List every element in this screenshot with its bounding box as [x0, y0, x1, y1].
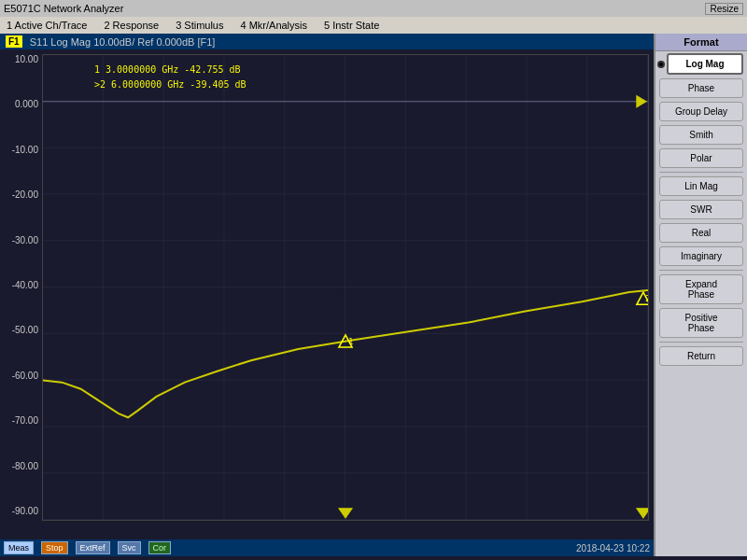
chart-title: S11 Log Mag 10.00dB/ Ref 0.000dB [F1] [30, 36, 216, 48]
panel-separator-2 [659, 270, 743, 271]
menu-bar: 1 Active Ch/Trace 2 Response 3 Stimulus … [0, 17, 747, 34]
btn-imaginary[interactable]: Imaginary [659, 246, 743, 266]
status-left: Meas Stop ExtRef Svc Cor [4, 541, 171, 554]
stop-button[interactable]: Stop [41, 541, 68, 554]
status-bar: Meas Stop ExtRef Svc Cor 2018-04-23 10:2… [0, 539, 654, 556]
btn-polar[interactable]: Polar [659, 148, 743, 168]
menu-response[interactable]: 2 Response [101, 19, 162, 32]
marker-info: 1 3.0000000 GHz -42.755 dB >2 6.0000000 … [94, 63, 247, 92]
meas-button[interactable]: Meas [4, 541, 34, 554]
title-bar: E5071C Network Analyzer Resize [0, 0, 747, 17]
panel-separator-1 [659, 172, 743, 173]
btn-real[interactable]: Real [659, 223, 743, 243]
grid-area: 1 2 1 3.0000000 GHz -42.755 dB >2 6.0000… [42, 54, 649, 521]
marker1-text: 1 3.0000000 GHz -42.755 dB [94, 63, 247, 77]
menu-active-ch[interactable]: 1 Active Ch/Trace [4, 19, 90, 32]
format-header: Format [655, 34, 747, 51]
datetime: 2018-04-23 10:22 [576, 543, 650, 553]
chart-area: F1 S11 Log Mag 10.00dB/ Ref 0.000dB [F1]… [0, 34, 654, 556]
cor-button[interactable]: Cor [148, 541, 172, 554]
y-label-10: 10.00 [0, 54, 42, 64]
btn-group-delay[interactable]: Group Delay [659, 102, 743, 121]
status-right: 2018-04-23 10:22 [576, 543, 650, 553]
logmag-dot [657, 61, 665, 68]
svc-button[interactable]: Svc [118, 541, 141, 554]
chart-svg: 1 2 [43, 55, 648, 520]
svg-text:1: 1 [348, 337, 353, 346]
y-label-70n: -70.00 [0, 415, 42, 426]
y-label-30n: -30.00 [0, 235, 42, 245]
btn-lin-mag[interactable]: Lin Mag [659, 176, 743, 196]
marker2-text: >2 6.0000000 GHz -39.405 dB [94, 77, 247, 92]
btn-positive-phase[interactable]: PositivePhase [659, 308, 743, 338]
main-layout: F1 S11 Log Mag 10.00dB/ Ref 0.000dB [F1]… [0, 34, 747, 556]
y-label-10n: -10.00 [0, 145, 42, 155]
window-title: E5071C Network Analyzer [4, 3, 123, 14]
menu-stimulus[interactable]: 3 Stimulus [173, 19, 226, 32]
panel-separator-3 [659, 342, 743, 343]
svg-text:2: 2 [645, 294, 648, 303]
resize-button[interactable]: Resize [705, 3, 743, 15]
y-label-40n: -40.00 [0, 280, 42, 290]
y-label-20n: -20.00 [0, 189, 42, 200]
trace-label: F1 [6, 35, 22, 48]
y-label-80n: -80.00 [0, 461, 42, 471]
y-label-60n: -60.00 [0, 371, 42, 381]
y-axis: 10.00 0.000 -10.00 -20.00 -30.00 -40.00 … [0, 49, 42, 521]
btn-expand-phase[interactable]: ExpandPhase [659, 274, 743, 304]
y-label-0: 0.000 [0, 99, 42, 109]
y-label-90n: -90.00 [0, 506, 42, 516]
y-label-50n: -50.00 [0, 325, 42, 335]
chart-header: F1 S11 Log Mag 10.00dB/ Ref 0.000dB [F1] [0, 34, 654, 49]
extref-button[interactable]: ExtRef [76, 541, 110, 554]
right-panel: Format Log Mag Phase Group Delay Smith P… [654, 34, 747, 556]
btn-swr[interactable]: SWR [659, 200, 743, 219]
btn-return[interactable]: Return [659, 346, 743, 366]
svg-rect-4 [43, 55, 648, 520]
btn-smith[interactable]: Smith [659, 125, 743, 145]
btn-log-mag[interactable]: Log Mag [667, 53, 743, 75]
chart-body: 10.00 0.000 -10.00 -20.00 -30.00 -40.00 … [0, 49, 654, 539]
menu-mkr-analysis[interactable]: 4 Mkr/Analysis [237, 19, 310, 32]
btn-phase[interactable]: Phase [659, 78, 743, 98]
menu-instr-state[interactable]: 5 Instr State [321, 19, 382, 32]
